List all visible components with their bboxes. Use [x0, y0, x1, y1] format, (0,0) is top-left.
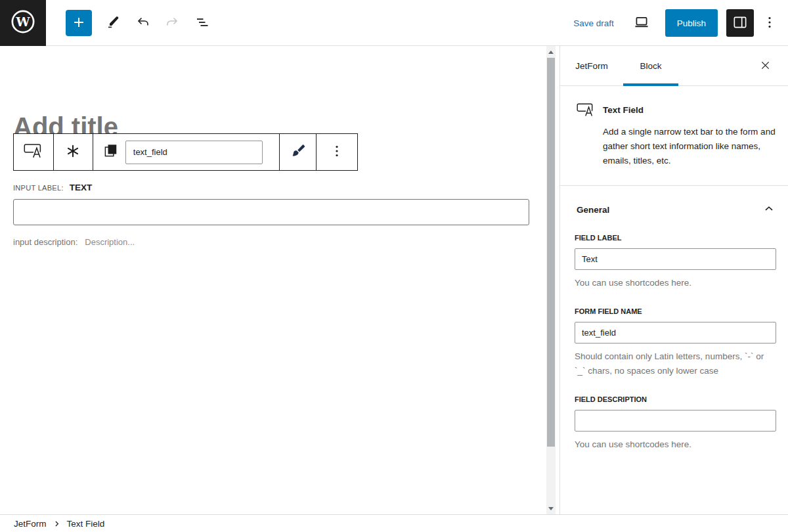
undo-icon: [135, 14, 151, 32]
form-field-name-help: Should contain only Latin letters, numbe…: [575, 349, 776, 378]
field-description-input[interactable]: [575, 410, 776, 432]
close-icon: [759, 59, 772, 74]
paintbrush-icon: [290, 143, 307, 162]
block-card-description: Add a single narrow text bar to the form…: [603, 125, 780, 168]
wordpress-logo-button[interactable]: W: [0, 0, 46, 46]
sidebar-panel-icon: [732, 14, 749, 33]
options-menu-button[interactable]: [760, 9, 779, 37]
editor-canvas: Add title: [0, 46, 559, 514]
block-type-button[interactable]: [14, 134, 54, 170]
laptop-icon: [633, 14, 650, 33]
kebab-icon: [762, 14, 777, 32]
undo-button[interactable]: [130, 10, 156, 36]
field-description-help: You can use shortcodes here.: [575, 437, 776, 452]
field-preview-description-row: input description: Description...: [13, 237, 135, 247]
text-field-block-icon: [577, 102, 595, 118]
field-label-help: You can use shortcodes here.: [575, 276, 776, 290]
tools-button[interactable]: [100, 10, 126, 36]
chevron-up-icon: [762, 202, 776, 218]
scrollbar-thumb[interactable]: [547, 58, 555, 447]
field-preview-text-input[interactable]: [13, 199, 529, 225]
field-label-group: FIELD LABEL You can use shortcodes here.: [575, 234, 776, 290]
block-card-title: Text Field: [603, 105, 644, 115]
field-description-group: FIELD DESCRIPTION You can use shortcodes…: [575, 395, 776, 452]
field-name-toolbar-input[interactable]: [125, 141, 263, 164]
input-label-value: TEXT: [70, 183, 93, 192]
style-brush-button[interactable]: [280, 134, 317, 170]
preview-button[interactable]: [628, 10, 655, 36]
close-sidebar-button[interactable]: [755, 56, 775, 76]
scroll-up-icon[interactable]: [546, 47, 556, 57]
editor-header: W Save draft Publish: [0, 0, 788, 46]
breadcrumb-text-field[interactable]: Text Field: [67, 519, 105, 529]
tab-jetform[interactable]: JetForm: [564, 46, 619, 85]
publish-button[interactable]: Publish: [665, 9, 718, 37]
list-view-button[interactable]: [189, 10, 215, 36]
input-description-prefix: input description:: [13, 237, 77, 247]
breadcrumb-jetform[interactable]: JetForm: [14, 519, 47, 529]
breadcrumb: JetForm Text Field: [0, 514, 788, 532]
plus-icon: [71, 14, 87, 32]
header-right-actions: Save draft Publish: [573, 0, 779, 46]
block-options-button[interactable]: [317, 134, 357, 170]
field-preview-label-row: INPUT LABEL: TEXT: [13, 183, 92, 192]
add-block-button[interactable]: [66, 10, 92, 36]
field-label-input[interactable]: [575, 248, 776, 270]
wordpress-editor: W Save draft Publish: [0, 0, 788, 532]
general-panel-title: General: [577, 205, 609, 215]
asterisk-icon: [64, 143, 81, 162]
block-card: Text Field Add a single narrow text bar …: [560, 86, 788, 186]
form-field-name-label: FORM FIELD NAME: [575, 307, 776, 315]
input-description-placeholder: Description...: [85, 237, 135, 247]
settings-sidebar-toggle-button[interactable]: [726, 9, 754, 37]
field-name-toolbar-group: [93, 134, 280, 170]
field-label-label: FIELD LABEL: [575, 234, 776, 242]
form-field-name-input[interactable]: [575, 322, 776, 344]
scroll-down-icon[interactable]: [546, 503, 556, 514]
text-field-block-icon: [24, 142, 43, 162]
input-label-prefix: INPUT LABEL:: [13, 184, 64, 192]
sidebar-tabs: JetForm Block: [560, 46, 788, 86]
pencil-icon: [105, 14, 121, 32]
kebab-icon: [329, 143, 345, 162]
general-panel-body: FIELD LABEL You can use shortcodes here.…: [560, 231, 788, 452]
list-view-icon: [194, 14, 210, 32]
form-field-name-group: FORM FIELD NAME Should contain only Lati…: [575, 307, 776, 378]
wordpress-logo-icon: W: [11, 9, 35, 37]
save-draft-button[interactable]: Save draft: [573, 18, 614, 28]
redo-button[interactable]: [159, 10, 185, 36]
general-panel-toggle[interactable]: General: [560, 186, 788, 231]
transform-block-button[interactable]: [54, 134, 93, 170]
settings-sidebar: JetForm Block Text Field Add a single na…: [559, 46, 788, 514]
svg-text:W: W: [15, 14, 30, 29]
block-toolbar: [13, 133, 358, 171]
redo-icon: [164, 14, 180, 32]
canvas-scrollbar[interactable]: [546, 46, 556, 514]
field-description-label: FIELD DESCRIPTION: [575, 395, 776, 403]
copy-stack-icon[interactable]: [102, 143, 119, 162]
tab-block[interactable]: Block: [623, 46, 678, 85]
breadcrumb-chevron-icon: [53, 520, 61, 528]
